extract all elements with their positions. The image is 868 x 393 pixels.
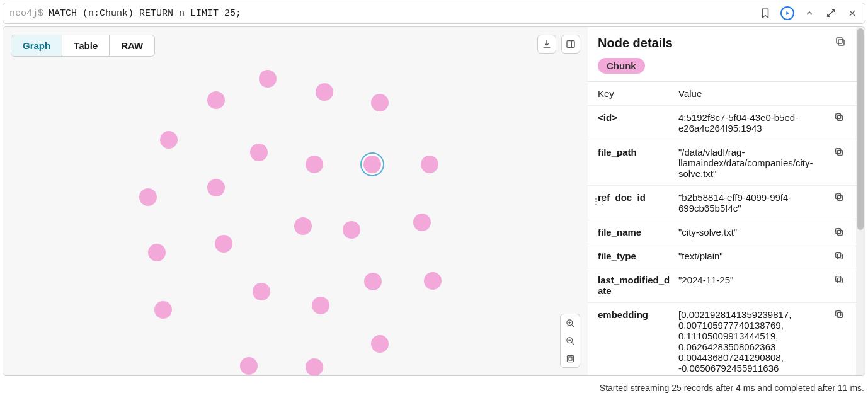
- graph-node[interactable]: [207, 91, 225, 109]
- svg-rect-12: [837, 38, 842, 43]
- graph-node[interactable]: [207, 179, 225, 196]
- query-text[interactable]: MATCH (n:Chunk) RETURN n LIMIT 25;: [49, 8, 754, 19]
- prop-key: file_type: [598, 251, 678, 261]
- svg-rect-15: [837, 150, 842, 155]
- graph-panel[interactable]: Graph Table RAW: [3, 27, 588, 375]
- col-value: Value: [678, 88, 832, 99]
- svg-rect-26: [836, 311, 841, 316]
- graph-tools: [537, 35, 580, 54]
- svg-rect-10: [569, 357, 572, 360]
- scrollbar[interactable]: [856, 27, 865, 375]
- prop-key: last_modified_date: [598, 275, 678, 296]
- graph-node[interactable]: [160, 131, 178, 149]
- table-row: last_modified_date"2024-11-25": [588, 268, 856, 303]
- graph-node[interactable]: [139, 188, 157, 206]
- table-row: ref_doc_id"b2b58814-eff9-4099-99f4-699cb…: [588, 186, 856, 220]
- svg-rect-18: [836, 194, 841, 199]
- svg-rect-19: [837, 230, 842, 235]
- prop-value: "text/plain": [678, 251, 832, 261]
- status-line: Started streaming 25 records after 4 ms …: [600, 383, 864, 393]
- graph-node[interactable]: [306, 156, 323, 173]
- prop-value: 4:5192f8c7-5f04-43e0-b5ed-e26a4c264f95:1…: [678, 112, 832, 134]
- svg-rect-22: [836, 253, 841, 258]
- copy-icon[interactable]: [832, 112, 846, 134]
- zoom-tools: [560, 314, 580, 368]
- table-row: file_type"text/plain": [588, 244, 856, 268]
- graph-node[interactable]: [413, 214, 431, 231]
- resize-handle[interactable]: ⋮⋮: [592, 197, 605, 206]
- query-bar: neo4j$ MATCH (n:Chunk) RETURN n LIMIT 25…: [3, 3, 865, 24]
- download-icon[interactable]: [537, 35, 556, 54]
- graph-node[interactable]: [363, 156, 381, 173]
- copy-icon[interactable]: [832, 275, 846, 296]
- result-panel: Graph Table RAW ⋮⋮: [3, 26, 865, 376]
- side-panel-icon[interactable]: [561, 35, 580, 54]
- details-panel-outer: Node details Chunk Key Value <id>4:5192f…: [588, 27, 865, 375]
- copy-icon[interactable]: [832, 309, 846, 373]
- tab-table[interactable]: Table: [62, 35, 110, 56]
- svg-rect-25: [837, 312, 842, 317]
- table-row: file_name"city-solve.txt": [588, 220, 856, 244]
- scroll-thumb[interactable]: [857, 28, 864, 230]
- tab-raw[interactable]: RAW: [110, 35, 154, 56]
- copy-icon[interactable]: [832, 192, 846, 214]
- svg-rect-16: [836, 149, 841, 154]
- table-header: Key Value: [588, 82, 856, 106]
- copy-icon[interactable]: [832, 251, 846, 261]
- table-row: embedding[0.0021928141359239817, 0.00710…: [588, 303, 856, 375]
- details-panel: Node details Chunk Key Value <id>4:5192f…: [588, 27, 856, 375]
- prop-key: embedding: [598, 309, 678, 373]
- graph-node[interactable]: [215, 235, 232, 253]
- svg-rect-24: [836, 276, 841, 282]
- svg-rect-21: [837, 254, 842, 259]
- graph-node[interactable]: [343, 221, 360, 239]
- graph-node[interactable]: [259, 70, 277, 88]
- copy-icon[interactable]: [832, 147, 846, 179]
- prop-value: "/data/vladf/rag-llamaindex/data/compani…: [678, 147, 832, 179]
- close-icon[interactable]: [846, 7, 859, 20]
- fit-icon[interactable]: [561, 350, 580, 367]
- properties-table: Key Value <id>4:5192f8c7-5f04-43e0-b5ed-…: [588, 81, 856, 375]
- graph-node[interactable]: [424, 272, 442, 290]
- svg-rect-20: [836, 229, 841, 234]
- zoom-in-icon[interactable]: [561, 314, 580, 332]
- svg-rect-23: [837, 278, 842, 283]
- graph-node[interactable]: [306, 358, 323, 376]
- prop-key: file_path: [598, 147, 678, 179]
- prop-value: "b2b58814-eff9-4099-99f4-699cb65b5f4c": [678, 192, 832, 214]
- graph-node[interactable]: [253, 283, 270, 300]
- details-header: Node details: [588, 27, 856, 55]
- table-row: <id>4:5192f8c7-5f04-43e0-b5ed-e26a4c264f…: [588, 106, 856, 140]
- query-actions: [759, 6, 859, 20]
- expand-icon[interactable]: [825, 7, 837, 20]
- graph-node[interactable]: [154, 301, 172, 319]
- prop-key: <id>: [598, 112, 678, 134]
- graph-node[interactable]: [240, 357, 258, 375]
- svg-rect-17: [837, 195, 842, 200]
- prop-key: file_name: [598, 227, 678, 237]
- zoom-out-icon[interactable]: [561, 332, 580, 350]
- graph-node[interactable]: [371, 94, 389, 111]
- svg-rect-9: [567, 355, 573, 362]
- run-icon[interactable]: [780, 6, 794, 20]
- graph-node[interactable]: [421, 156, 438, 173]
- graph-node[interactable]: [312, 297, 329, 314]
- chevron-up-icon[interactable]: [803, 7, 816, 20]
- prop-value: "2024-11-25": [678, 275, 832, 296]
- svg-rect-13: [837, 115, 842, 120]
- graph-node[interactable]: [371, 335, 389, 353]
- copy-all-icon[interactable]: [835, 36, 846, 47]
- copy-icon[interactable]: [832, 227, 846, 237]
- table-row: file_path"/data/vladf/rag-llamaindex/dat…: [588, 140, 856, 186]
- graph-node[interactable]: [364, 273, 382, 290]
- graph-node[interactable]: [316, 83, 333, 101]
- graph-node[interactable]: [294, 217, 312, 235]
- node-label-chip[interactable]: Chunk: [598, 58, 645, 74]
- svg-line-5: [571, 324, 574, 327]
- graph-node[interactable]: [148, 244, 166, 261]
- details-title: Node details: [598, 36, 673, 50]
- bookmark-icon[interactable]: [759, 7, 772, 20]
- graph-node[interactable]: [250, 144, 268, 161]
- svg-rect-14: [836, 114, 841, 119]
- tab-graph[interactable]: Graph: [11, 35, 62, 56]
